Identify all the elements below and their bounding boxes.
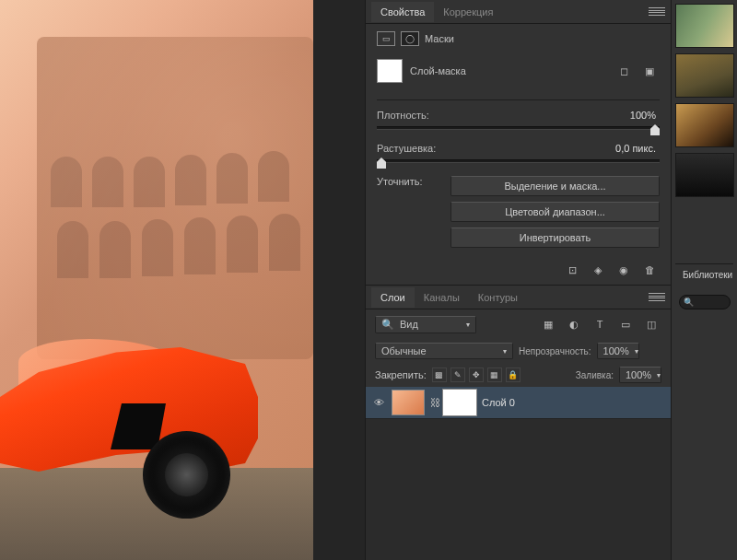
layer-list: 👁 ⛓ Слой 0 bbox=[366, 387, 671, 560]
mask-thumbnail[interactable] bbox=[377, 59, 403, 83]
apply-mask-icon[interactable]: ◈ bbox=[590, 262, 606, 277]
lock-pixels-icon[interactable]: ✎ bbox=[450, 368, 465, 382]
opacity-label: Непрозрачность: bbox=[519, 346, 591, 356]
add-vector-mask-icon[interactable]: ▣ bbox=[639, 62, 660, 80]
right-panels: Свойства Коррекция ▭ ◯ Маски Слой-маска … bbox=[365, 0, 671, 560]
density-label: Плотность: bbox=[377, 110, 626, 121]
visibility-toggle-icon[interactable]: 👁 bbox=[371, 397, 386, 408]
color-range-button[interactable]: Цветовой диапазон... bbox=[450, 202, 660, 222]
stock-thumbnail[interactable] bbox=[675, 53, 734, 98]
tab-layers[interactable]: Слои bbox=[371, 287, 415, 308]
density-slider-thumb[interactable] bbox=[650, 124, 660, 135]
blend-mode-select[interactable]: Обычные ▾ bbox=[375, 343, 513, 359]
libraries-title[interactable]: Библиотеки bbox=[675, 263, 733, 286]
add-pixel-mask-icon[interactable]: ◻ bbox=[614, 62, 634, 80]
layer-row[interactable]: 👁 ⛓ Слой 0 bbox=[366, 387, 671, 419]
feather-slider-thumb[interactable] bbox=[377, 158, 386, 169]
filter-shape-icon[interactable]: ▭ bbox=[615, 315, 636, 333]
layers-panel: Слои Каналы Контуры 🔍 Вид ▾ ▦ ◐ T ▭ ◫ Об… bbox=[366, 285, 671, 560]
background-building bbox=[37, 37, 313, 359]
chevron-down-icon: ▾ bbox=[503, 347, 507, 356]
tab-properties[interactable]: Свойства bbox=[371, 2, 434, 22]
filter-smart-icon[interactable]: ◫ bbox=[641, 315, 661, 333]
filter-pixel-icon[interactable]: ▦ bbox=[538, 315, 558, 333]
opacity-value: 100% bbox=[603, 345, 629, 356]
lock-all-icon[interactable]: 🔒 bbox=[506, 368, 521, 382]
lock-transparency-icon[interactable]: ▩ bbox=[432, 368, 447, 382]
fill-value: 100% bbox=[626, 369, 651, 380]
mask-link-icon[interactable]: ⛓ bbox=[430, 397, 438, 408]
layer-name[interactable]: Слой 0 bbox=[482, 397, 665, 408]
chevron-down-icon: ▾ bbox=[466, 321, 470, 329]
chevron-down-icon: ▾ bbox=[657, 371, 661, 379]
filter-text-icon[interactable]: T bbox=[590, 315, 610, 333]
layers-panel-menu-icon[interactable] bbox=[649, 292, 665, 303]
libraries-search-input[interactable]: 🔍 bbox=[679, 295, 731, 309]
document-canvas[interactable] bbox=[0, 0, 313, 560]
properties-footer: ⊡ ◈ ◉ 🗑 bbox=[366, 255, 671, 285]
tab-channels[interactable]: Каналы bbox=[415, 287, 469, 308]
refine-label: Уточнить: bbox=[377, 176, 441, 187]
mask-type-label: Слой-маска bbox=[410, 65, 466, 76]
load-selection-icon[interactable]: ⊡ bbox=[564, 262, 580, 277]
feather-slider[interactable] bbox=[377, 159, 660, 163]
delete-mask-icon[interactable]: 🗑 bbox=[641, 262, 658, 277]
invert-button[interactable]: Инвертировать bbox=[450, 228, 660, 248]
layer-mask-thumbnail[interactable] bbox=[443, 390, 476, 415]
density-slider[interactable] bbox=[377, 126, 660, 130]
feather-label: Растушевка: bbox=[377, 143, 612, 154]
density-value[interactable]: 100% bbox=[626, 110, 660, 121]
toggle-mask-icon[interactable]: ◉ bbox=[615, 262, 632, 277]
stock-thumbnail[interactable] bbox=[675, 4, 734, 48]
lock-artboard-icon[interactable]: ▦ bbox=[487, 368, 502, 382]
filter-adjust-icon[interactable]: ◐ bbox=[564, 315, 584, 333]
chevron-down-icon: ▾ bbox=[635, 347, 638, 356]
tab-adjustments[interactable]: Коррекция bbox=[434, 2, 502, 22]
properties-tabs: Свойства Коррекция bbox=[366, 0, 671, 24]
layer-thumbnail[interactable] bbox=[392, 390, 425, 415]
blend-mode-value: Обычные bbox=[381, 345, 427, 356]
lock-label: Закрепить: bbox=[375, 369, 427, 380]
pixel-mask-icon: ▭ bbox=[377, 31, 395, 46]
canvas-area bbox=[0, 0, 365, 560]
fill-label: Заливка: bbox=[576, 370, 614, 380]
opacity-input[interactable]: 100% ▾ bbox=[597, 343, 639, 359]
car-wheel bbox=[143, 431, 230, 519]
tab-paths[interactable]: Контуры bbox=[469, 287, 527, 308]
stock-thumbnail[interactable] bbox=[675, 153, 734, 197]
layer-filter-select[interactable]: 🔍 Вид ▾ bbox=[375, 316, 476, 333]
properties-body: ▭ ◯ Маски Слой-маска ◻ ▣ Плотность: 100%… bbox=[366, 24, 671, 255]
feather-value[interactable]: 0,0 пикс. bbox=[612, 143, 660, 154]
stock-thumbnail[interactable] bbox=[675, 103, 734, 147]
panel-menu-icon[interactable] bbox=[649, 6, 665, 18]
side-strip: Библиотеки 🔍 bbox=[671, 0, 737, 560]
masks-label: Маски bbox=[425, 33, 454, 44]
filter-label: Вид bbox=[400, 319, 418, 330]
fill-input[interactable]: 100% ▾ bbox=[619, 367, 661, 383]
vector-mask-icon: ◯ bbox=[401, 31, 419, 46]
lock-position-icon[interactable]: ✥ bbox=[469, 368, 484, 382]
search-icon: 🔍 bbox=[381, 319, 394, 331]
select-and-mask-button[interactable]: Выделение и маска... bbox=[450, 176, 660, 196]
